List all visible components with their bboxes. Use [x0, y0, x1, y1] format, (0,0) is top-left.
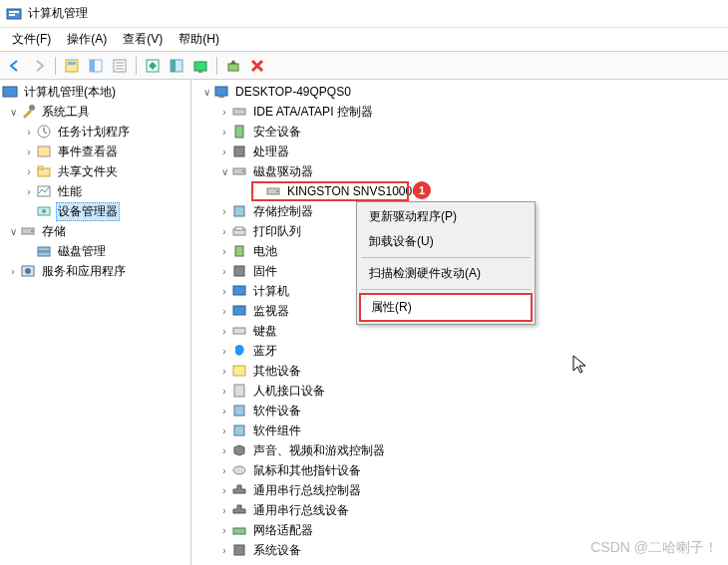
menu-action[interactable]: 操作(A)	[59, 29, 115, 50]
device-category[interactable]: ›处理器	[191, 141, 728, 161]
tree-label: DESKTOP-49QPQS0	[233, 84, 353, 100]
device-category[interactable]: ›蓝牙	[191, 341, 728, 361]
expand-icon[interactable]: ›	[217, 445, 231, 456]
menu-properties[interactable]: 属性(R)	[359, 293, 533, 322]
expand-icon[interactable]: ›	[217, 465, 231, 476]
device-category[interactable]: ›软件设备	[191, 401, 728, 421]
expand-icon[interactable]: ›	[217, 545, 231, 556]
annotation-box-1	[251, 181, 409, 201]
tree-shared-folders[interactable]: › 共享文件夹	[0, 161, 190, 181]
device-category[interactable]: ∨磁盘驱动器	[191, 161, 728, 181]
device-category[interactable]: ›网络适配器	[191, 520, 728, 540]
device-root[interactable]: ∨ DESKTOP-49QPQS0	[191, 82, 728, 102]
svg-rect-52	[234, 425, 244, 435]
expand-icon[interactable]: ›	[217, 326, 231, 337]
expand-icon[interactable]: ›	[217, 525, 231, 536]
tb-icon-6[interactable]	[189, 55, 211, 77]
expand-icon[interactable]: ›	[217, 127, 231, 138]
svg-rect-36	[234, 146, 244, 156]
menu-help[interactable]: 帮助(H)	[171, 29, 227, 50]
device-icon	[231, 383, 247, 399]
expand-icon[interactable]: ›	[217, 146, 231, 157]
expand-icon[interactable]: ›	[6, 266, 20, 277]
collapse-icon[interactable]: ∨	[199, 87, 213, 98]
tree-services-apps[interactable]: › 服务和应用程序	[0, 261, 190, 281]
menu-view[interactable]: 查看(V)	[115, 29, 171, 50]
tree-device-manager[interactable]: 设备管理器	[0, 201, 190, 221]
device-category[interactable]: ›软件组件	[191, 421, 728, 440]
device-icon	[231, 163, 247, 179]
tb-icon-1[interactable]	[61, 55, 83, 77]
tree-label: 声音、视频和游戏控制器	[251, 441, 387, 460]
toolbar-separator	[55, 57, 56, 75]
annotation-badge-1: 1	[413, 181, 431, 199]
device-icon	[231, 442, 247, 458]
expand-icon[interactable]: ›	[22, 186, 36, 197]
tree-task-scheduler[interactable]: › 任务计划程序	[0, 122, 190, 141]
tree-performance[interactable]: › 性能	[0, 181, 190, 201]
expand-icon[interactable]: ›	[217, 246, 231, 257]
tree-label: 键盘	[251, 322, 279, 341]
expand-icon[interactable]: ›	[217, 425, 231, 436]
left-tree-pane[interactable]: 计算机管理(本地) ∨ 系统工具 › 任务计划程序 › 事件查看器 › 共享文件…	[0, 80, 191, 565]
collapse-icon[interactable]: ∨	[6, 107, 20, 118]
menu-file[interactable]: 文件(F)	[4, 29, 59, 50]
device-icon	[231, 542, 247, 558]
device-category[interactable]: ›安全设备	[191, 122, 728, 141]
device-category[interactable]: ›其他设备	[191, 361, 728, 381]
expand-icon[interactable]: ›	[217, 306, 231, 317]
device-category[interactable]: ›人机接口设备	[191, 381, 728, 401]
expand-icon[interactable]: ›	[217, 206, 231, 217]
tb-icon-5[interactable]	[166, 55, 187, 77]
tree-label: 磁盘管理	[56, 242, 108, 261]
tree-disk-management[interactable]: 磁盘管理	[0, 241, 190, 261]
expand-icon[interactable]: ›	[217, 286, 231, 297]
expand-icon[interactable]: ›	[217, 226, 231, 237]
tb-icon-7[interactable]	[222, 55, 244, 77]
tree-label: 其他设备	[251, 362, 303, 381]
expand-icon[interactable]: ›	[217, 406, 231, 417]
device-category[interactable]: ›鼠标和其他指针设备	[191, 460, 728, 480]
expand-icon[interactable]: ›	[217, 485, 231, 496]
tree-storage[interactable]: ∨ 存储	[0, 221, 190, 241]
menu-update-driver[interactable]: 更新驱动程序(P)	[359, 204, 533, 229]
device-category[interactable]: ›声音、视频和游戏控制器	[191, 440, 728, 460]
expand-icon[interactable]: ›	[217, 505, 231, 516]
delete-button[interactable]	[246, 55, 268, 77]
svg-rect-49	[233, 366, 245, 376]
tree-label: 任务计划程序	[56, 123, 132, 141]
tree-label: 固件	[251, 262, 279, 281]
device-category[interactable]: ›IDE ATA/ATAPI 控制器	[191, 102, 728, 122]
expand-icon[interactable]: ›	[217, 266, 231, 277]
menu-uninstall[interactable]: 卸载设备(U)	[359, 229, 533, 254]
device-category[interactable]: ›通用串行总线控制器	[191, 480, 728, 500]
collapse-icon[interactable]: ∨	[6, 226, 20, 237]
tree-system-tools[interactable]: ∨ 系统工具	[0, 102, 190, 122]
expand-icon[interactable]: ∨	[217, 166, 231, 177]
svg-point-18	[29, 105, 35, 111]
back-button[interactable]	[4, 55, 26, 77]
tb-icon-2[interactable]	[85, 55, 107, 77]
expand-icon[interactable]: ›	[217, 386, 231, 397]
expand-icon[interactable]: ›	[22, 127, 36, 138]
tb-icon-4[interactable]	[142, 55, 164, 77]
tree-label: 打印队列	[251, 222, 303, 241]
svg-rect-47	[233, 306, 245, 315]
computer-icon	[213, 84, 229, 100]
event-icon	[36, 143, 52, 159]
tree-event-viewer[interactable]: › 事件查看器	[0, 141, 190, 161]
tree-label: 网络适配器	[251, 521, 315, 540]
tree-label: 事件查看器	[56, 142, 120, 161]
expand-icon[interactable]: ›	[22, 166, 36, 177]
context-menu: 更新驱动程序(P) 卸载设备(U) 扫描检测硬件改动(A) 属性(R)	[356, 201, 536, 325]
menu-scan-hardware[interactable]: 扫描检测硬件改动(A)	[359, 261, 533, 286]
expand-icon[interactable]: ›	[217, 346, 231, 357]
tree-root[interactable]: 计算机管理(本地)	[0, 82, 190, 102]
device-category[interactable]: ›通用串行总线设备	[191, 500, 728, 520]
expand-icon[interactable]: ›	[217, 366, 231, 377]
expand-icon[interactable]: ›	[217, 107, 231, 118]
tb-icon-3[interactable]	[109, 55, 131, 77]
expand-icon[interactable]: ›	[22, 146, 36, 157]
right-tree-pane[interactable]: ∨ DESKTOP-49QPQS0 ›IDE ATA/ATAPI 控制器›安全设…	[191, 80, 728, 565]
forward-button[interactable]	[28, 55, 50, 77]
